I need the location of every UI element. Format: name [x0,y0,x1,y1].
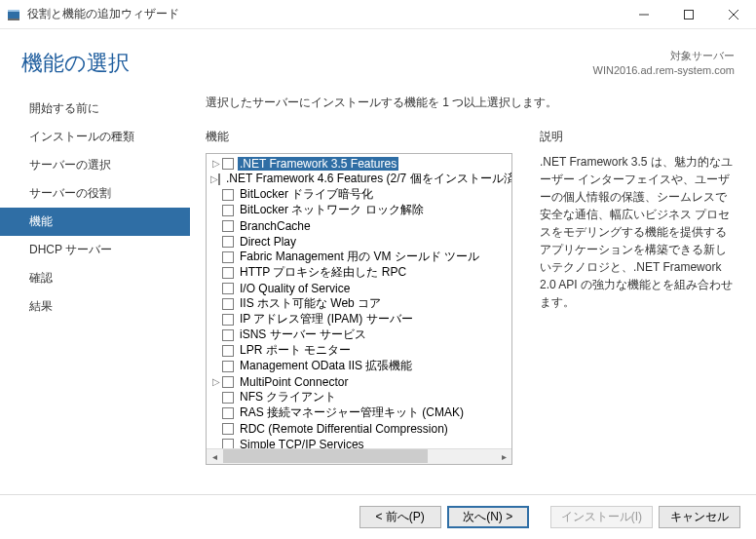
feature-label[interactable]: RAS 接続マネージャー管理キット (CMAK) [238,404,466,421]
next-button[interactable]: 次へ(N) > [447,506,529,528]
feature-label[interactable]: Fabric Management 用の VM シールド ツール [238,249,481,265]
horizontal-scrollbar[interactable]: ◂ ▸ [207,448,511,464]
feature-row[interactable]: BranchCache [207,218,511,234]
description-pane: 説明 .NET Framework 3.5 は、魅力的なユーザー インターフェイ… [540,129,735,477]
feature-label[interactable]: MultiPoint Connector [238,375,350,389]
feature-checkbox[interactable] [222,205,234,216]
feature-checkbox[interactable] [222,189,234,201]
feature-checkbox[interactable] [222,423,234,435]
feature-row[interactable]: Simple TCP/IP Services [207,437,511,448]
minimize-button[interactable] [622,0,666,29]
feature-checkbox[interactable] [222,158,234,170]
feature-label[interactable]: Simple TCP/IP Services [238,438,366,448]
cancel-button[interactable]: キャンセル [659,506,740,528]
nav-item[interactable]: 確認 [0,264,190,292]
feature-label[interactable]: .NET Framework 4.6 Features (2/7 個をインストー… [224,171,511,187]
nav-item[interactable]: 開始する前に [0,95,190,123]
feature-label[interactable]: NFS クライアント [238,389,338,405]
features-label: 機能 [206,129,512,145]
expand-icon[interactable]: ▷ [210,158,222,169]
feature-checkbox[interactable] [222,314,234,326]
features-pane: 機能 ▷.NET Framework 3.5 Features▷.NET Fra… [206,129,512,477]
close-button[interactable] [711,0,756,29]
description-label: 説明 [540,129,735,145]
app-icon [6,7,21,22]
nav-item[interactable]: インストールの種類 [0,123,190,151]
feature-checkbox[interactable] [222,329,234,341]
nav-item[interactable]: DHCP サーバー [0,236,190,264]
description-text: .NET Framework 3.5 は、魅力的なユーザー インターフェイスや、… [540,153,735,311]
feature-checkbox[interactable] [222,283,234,294]
feature-checkbox[interactable] [222,251,234,263]
feature-checkbox[interactable] [222,392,234,404]
scroll-left-icon[interactable]: ◂ [207,448,222,464]
features-tree: ▷.NET Framework 3.5 Features▷.NET Framew… [206,153,512,465]
page-title: 機能の選択 [21,43,130,78]
feature-row[interactable]: iSNS サーバー サービス [207,327,511,343]
wizard-nav: 開始する前にインストールの種類サーバーの選択サーバーの役割機能DHCP サーバー… [0,89,190,477]
feature-label[interactable]: Management OData IIS 拡張機能 [238,358,414,374]
feature-row[interactable]: LPR ポート モニター [207,343,511,359]
feature-label[interactable]: Direct Play [238,235,298,249]
feature-row[interactable]: ▷MultiPoint Connector [207,374,511,390]
feature-checkbox[interactable] [222,439,234,448]
feature-row[interactable]: I/O Quality of Service [207,281,511,296]
feature-row[interactable]: RDC (Remote Differential Compression) [207,421,511,437]
feature-checkbox[interactable] [222,361,234,372]
content-panes: 機能 ▷.NET Framework 3.5 Features▷.NET Fra… [206,129,735,477]
feature-row[interactable]: Management OData IIS 拡張機能 [207,359,511,374]
feature-row[interactable]: Fabric Management 用の VM シールド ツール [207,250,511,265]
feature-row[interactable]: RAS 接続マネージャー管理キット (CMAK) [207,405,511,421]
feature-row[interactable]: ▷.NET Framework 3.5 Features [207,156,511,172]
previous-button[interactable]: < 前へ(P) [359,506,441,528]
feature-checkbox[interactable] [222,298,234,310]
feature-checkbox[interactable] [222,407,234,419]
feature-checkbox[interactable] [222,236,234,248]
feature-label[interactable]: RDC (Remote Differential Compression) [238,422,450,436]
feature-row[interactable]: Direct Play [207,234,511,250]
feature-label[interactable]: BitLocker ドライブ暗号化 [238,186,375,203]
expand-icon[interactable]: ▷ [210,173,218,184]
instruction-text: 選択したサーバーにインストールする機能を 1 つ以上選択します。 [206,95,735,111]
feature-label[interactable]: BranchCache [238,219,313,233]
feature-checkbox[interactable] [222,376,234,388]
feature-row[interactable]: NFS クライアント [207,390,511,405]
destination-info: 対象サーバー WIN2016.ad.rem-system.com [593,43,735,79]
feature-row[interactable]: IIS ホスト可能な Web コア [207,296,511,312]
feature-checkbox[interactable] [222,267,234,279]
nav-item[interactable]: 機能 [0,208,190,236]
feature-label[interactable]: LPR ポート モニター [238,342,353,359]
nav-item[interactable]: サーバーの役割 [0,179,190,208]
destination-label: 対象サーバー [593,49,735,63]
feature-row[interactable]: ▷.NET Framework 4.6 Features (2/7 個をインスト… [207,172,511,187]
header: 機能の選択 対象サーバー WIN2016.ad.rem-system.com [0,29,756,89]
nav-item[interactable]: 結果 [0,292,190,321]
feature-label[interactable]: I/O Quality of Service [238,282,352,295]
feature-checkbox[interactable] [222,345,234,357]
svg-rect-2 [8,19,19,20]
footer: < 前へ(P) 次へ(N) > インストール(I) キャンセル [0,494,756,539]
feature-label[interactable]: HTTP プロキシを経由した RPC [238,264,408,281]
feature-label[interactable]: IP アドレス管理 (IPAM) サーバー [238,311,415,327]
content: 選択したサーバーにインストールする機能を 1 つ以上選択します。 機能 ▷.NE… [190,89,735,477]
feature-label[interactable]: iSNS サーバー サービス [238,327,368,343]
feature-label[interactable]: .NET Framework 3.5 Features [238,157,398,171]
svg-rect-1 [8,10,19,12]
maximize-button[interactable] [666,0,711,29]
title-bar: 役割と機能の追加ウィザード [0,0,756,29]
feature-label[interactable]: IIS ホスト可能な Web コア [238,295,383,312]
expand-icon[interactable]: ▷ [210,376,222,387]
scroll-right-icon[interactable]: ▸ [496,448,511,464]
nav-item[interactable]: サーバーの選択 [0,151,190,179]
window-controls [622,0,756,29]
feature-row[interactable]: IP アドレス管理 (IPAM) サーバー [207,312,511,327]
feature-row[interactable]: HTTP プロキシを経由した RPC [207,265,511,281]
window-title: 役割と機能の追加ウィザード [27,6,622,22]
feature-row[interactable]: BitLocker ネットワーク ロック解除 [207,203,511,218]
feature-row[interactable]: BitLocker ドライブ暗号化 [207,187,511,203]
feature-label[interactable]: BitLocker ネットワーク ロック解除 [238,202,426,218]
feature-checkbox[interactable] [218,173,220,185]
scroll-thumb[interactable] [223,449,428,463]
features-tree-scroll[interactable]: ▷.NET Framework 3.5 Features▷.NET Framew… [207,154,511,448]
feature-checkbox[interactable] [222,220,234,232]
